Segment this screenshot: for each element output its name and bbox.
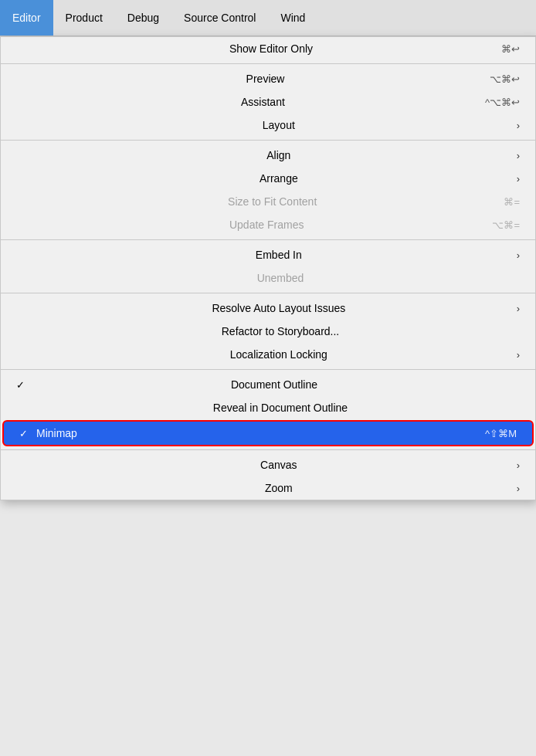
chevron-arrange: › [517,173,520,185]
separator-5 [1,369,535,370]
separator-1 [1,63,535,64]
menu-item-align[interactable]: Align › [1,144,535,167]
separator-3 [1,239,535,240]
separator-4 [1,293,535,293]
menu-bar-row: Editor Product Debug Source Control Wind [0,0,536,36]
separator-2 [1,140,535,141]
menu-item-canvas[interactable]: Canvas › [1,453,535,476]
menu-item-preview[interactable]: Preview ⌥⌘↩ [1,67,535,90]
shortcut-assistant: ^⌥⌘↩ [485,97,520,108]
chevron-localization-locking: › [517,349,520,361]
menu-bar-product[interactable]: Product [53,0,115,36]
menu-item-arrange[interactable]: Arrange › [1,167,535,190]
separator-6 [1,449,535,450]
menu-bar-debug[interactable]: Debug [115,0,171,36]
menu-bar: Editor Product Debug Source Control Wind [0,0,536,36]
shortcut-size-to-fit: ⌘= [504,196,520,208]
menu-bar-wind[interactable]: Wind [268,0,317,36]
menu-item-unembed[interactable]: Unembed [1,266,535,290]
shortcut-show-editor-only: ⌘↩ [501,43,520,55]
menu-item-size-to-fit[interactable]: Size to Fit Content ⌘= [1,190,535,213]
menu-item-refactor-storyboard[interactable]: Refactor to Storyboard... [1,320,535,343]
shortcut-preview: ⌥⌘↩ [490,73,520,85]
menu-item-resolve-auto-layout[interactable]: Resolve Auto Layout Issues › [1,297,535,320]
menu-item-reveal-document-outline[interactable]: Reveal in Document Outline [1,396,535,419]
chevron-layout: › [517,120,520,131]
menu-item-update-frames[interactable]: Update Frames ⌥⌘= [1,213,535,236]
minimap-left: ✓ Minimap [19,427,77,439]
menu-bar-editor[interactable]: Editor [0,0,53,36]
menu-item-localization-locking[interactable]: Localization Locking › [1,343,535,366]
menu-bar-source-control[interactable]: Source Control [171,0,268,36]
check-mark-minimap: ✓ [19,428,32,439]
menu-item-zoom[interactable]: Zoom › [1,476,535,500]
editor-dropdown-menu: Show Editor Only ⌘↩ Preview ⌥⌘↩ Assistan… [0,36,536,500]
chevron-embed-in: › [517,249,520,261]
chevron-resolve-auto-layout: › [517,303,520,314]
menu-item-layout[interactable]: Layout › [1,114,535,137]
menu-item-embed-in[interactable]: Embed In › [1,243,535,266]
shortcut-minimap: ^⇧⌘M [485,428,517,439]
chevron-align: › [517,150,520,161]
menu-item-assistant[interactable]: Assistant ^⌥⌘↩ [1,90,535,114]
check-mark-document-outline: ✓ [16,379,29,391]
shortcut-update-frames: ⌥⌘= [492,219,520,231]
menu-item-minimap[interactable]: ✓ Minimap ^⇧⌘M [2,420,534,446]
menu-item-show-editor-only[interactable]: Show Editor Only ⌘↩ [1,37,535,60]
menu-item-document-outline[interactable]: ✓ Document Outline [1,373,535,396]
chevron-canvas: › [517,459,520,471]
chevron-zoom: › [517,483,520,494]
